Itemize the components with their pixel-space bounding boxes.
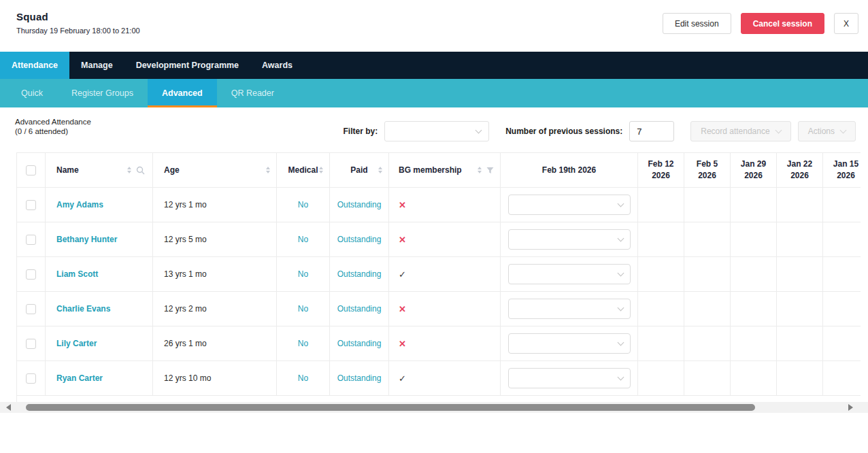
paid-link[interactable]: Outstanding: [337, 200, 382, 209]
medical-cell: No: [277, 257, 330, 292]
previous-session-cell: [638, 257, 684, 292]
edit-session-button[interactable]: Edit session: [663, 13, 731, 34]
row-checkbox[interactable]: [26, 200, 36, 210]
subnav-tab-advanced[interactable]: Advanced: [148, 79, 217, 107]
select-all-checkbox[interactable]: [26, 165, 36, 175]
table-row: Charlie Evans12 yrs 2 moNoOutstanding✕: [17, 292, 861, 326]
subnav-tab-register-groups[interactable]: Register Groups: [57, 79, 148, 107]
member-name-link[interactable]: Liam Scott: [56, 269, 98, 279]
attendance-select[interactable]: [508, 229, 631, 250]
bg-membership-cell: ✕: [389, 188, 501, 222]
cross-icon: ✕: [399, 200, 406, 210]
row-checkbox[interactable]: [26, 304, 36, 314]
medical-cell: No: [277, 361, 330, 396]
age-cell: 12 yrs 5 mo: [153, 222, 277, 257]
cancel-session-button[interactable]: Cancel session: [741, 13, 824, 34]
session-date-line2: 2026: [648, 170, 673, 182]
nav-tab-development-programme[interactable]: Development Programme: [124, 52, 250, 79]
row-checkbox-cell: [17, 222, 46, 257]
member-name-link[interactable]: Lily Carter: [56, 339, 97, 348]
sort-icon[interactable]: [378, 167, 382, 173]
scroll-left-arrow-icon[interactable]: [6, 404, 11, 411]
close-button[interactable]: X: [834, 13, 858, 34]
session-date-line2: 2026: [697, 170, 718, 182]
paid-link[interactable]: Outstanding: [337, 304, 382, 314]
sort-icon[interactable]: [266, 167, 270, 173]
medical-link[interactable]: No: [298, 373, 308, 383]
paid-link[interactable]: Outstanding: [337, 269, 382, 279]
row-checkbox-cell: [17, 326, 46, 361]
medical-link[interactable]: No: [298, 200, 308, 209]
row-checkbox[interactable]: [26, 373, 36, 384]
nav-tab-awards[interactable]: Awards: [250, 52, 304, 79]
session-date-line1: Feb 12: [648, 158, 673, 170]
nav-tab-attendance[interactable]: Attendance: [0, 52, 69, 79]
previous-session-cell: [731, 222, 777, 257]
subnav-tab-quick[interactable]: Quick: [7, 79, 57, 107]
paid-link[interactable]: Outstanding: [337, 339, 382, 348]
nav-tab-manage[interactable]: Manage: [69, 52, 124, 79]
attendance-cell: [501, 188, 638, 222]
attendance-cell: [501, 292, 638, 326]
paid-cell: Outstanding: [330, 188, 389, 222]
bg-membership-header-label: BG membership: [399, 165, 462, 175]
chevron-down-icon: [840, 127, 847, 134]
subnav-tab-qr-reader[interactable]: QR Reader: [217, 79, 288, 107]
row-checkbox[interactable]: [26, 235, 36, 245]
bg-membership-cell: ✓: [389, 361, 501, 396]
medical-cell: No: [277, 188, 330, 222]
search-icon[interactable]: [136, 166, 145, 175]
row-checkbox-cell: [17, 361, 46, 396]
member-name-link[interactable]: Charlie Evans: [56, 304, 110, 314]
horizontal-scrollbar[interactable]: [0, 402, 868, 413]
medical-link[interactable]: No: [298, 339, 308, 348]
previous-session-cell: [777, 257, 823, 292]
row-checkbox[interactable]: [26, 339, 36, 349]
age-value: 13 yrs 1 mo: [164, 269, 207, 279]
header-actions: Edit session Cancel session X: [663, 13, 858, 34]
bg-membership-cell: ✕: [389, 292, 501, 326]
session-title-block: Squad Thursday 19 February 18:00 to 21:0…: [16, 11, 140, 35]
medical-link[interactable]: No: [298, 269, 308, 279]
age-cell: 12 yrs 10 mo: [153, 361, 277, 396]
paid-link[interactable]: Outstanding: [337, 373, 382, 383]
paid-link[interactable]: Outstanding: [337, 235, 382, 244]
session-datetime: Thursday 19 February 18:00 to 21:00: [16, 27, 140, 35]
attendance-select[interactable]: [508, 333, 631, 354]
age-value: 12 yrs 10 mo: [164, 373, 211, 383]
sort-icon[interactable]: [478, 167, 482, 173]
row-checkbox-cell: [17, 257, 46, 292]
actions-button[interactable]: Actions: [798, 121, 856, 141]
session-date-line1: Jan 15: [833, 158, 858, 170]
attendance-select[interactable]: [508, 195, 631, 215]
chevron-down-icon: [475, 127, 482, 134]
session-date-line1: Feb 5: [697, 158, 718, 170]
age-cell: 13 yrs 1 mo: [153, 257, 277, 292]
attendance-cell: [501, 222, 638, 257]
sort-icon[interactable]: [319, 167, 323, 173]
member-name-link[interactable]: Bethany Hunter: [56, 235, 117, 244]
record-attendance-button[interactable]: Record attendance: [690, 121, 790, 141]
medical-link[interactable]: No: [298, 235, 308, 244]
attendance-select[interactable]: [508, 299, 631, 319]
filter-icon[interactable]: [486, 167, 494, 174]
previous-sessions-input[interactable]: [629, 121, 674, 141]
age-header-label: Age: [164, 165, 180, 175]
attendance-summary-line1: Advanced Attendance: [15, 117, 91, 127]
member-name-link[interactable]: Amy Adams: [56, 200, 103, 209]
row-checkbox[interactable]: [26, 269, 36, 280]
sort-icon[interactable]: [127, 167, 131, 173]
record-attendance-label: Record attendance: [701, 127, 769, 136]
cross-icon: ✕: [399, 339, 406, 349]
member-name-link[interactable]: Ryan Carter: [56, 373, 103, 383]
medical-cell: No: [277, 222, 330, 257]
previous-session-cell: [823, 222, 861, 257]
paid-cell: Outstanding: [330, 361, 389, 396]
filter-by-select[interactable]: [384, 121, 489, 141]
attendance-select[interactable]: [508, 368, 631, 388]
medical-link[interactable]: No: [298, 304, 308, 314]
scroll-right-arrow-icon[interactable]: [848, 404, 853, 411]
scrollbar-thumb[interactable]: [26, 404, 755, 411]
previous-session-cell: [638, 292, 684, 326]
attendance-select[interactable]: [508, 264, 631, 284]
